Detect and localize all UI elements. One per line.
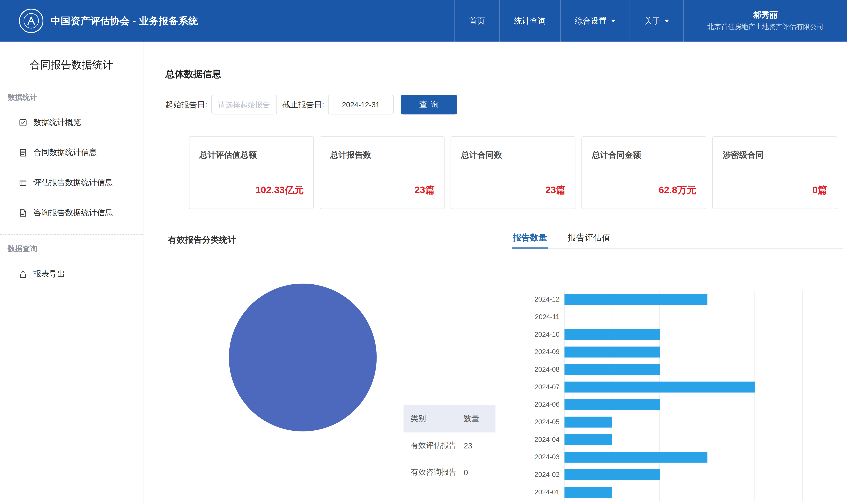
bar-category-label: 2024-11 <box>495 313 564 321</box>
app-title: 中国资产评估协会 - 业务报备系统 <box>51 14 198 28</box>
bar[interactable] <box>564 294 707 305</box>
bar[interactable] <box>564 381 755 393</box>
start-date-input[interactable] <box>211 95 277 114</box>
chart-tabs: 报告数量报告评估值 <box>512 230 843 249</box>
bar-row: 2024-04 <box>495 431 803 448</box>
stat-card-label: 总计合同金额 <box>592 150 641 161</box>
bar-category-label: 2024-04 <box>495 436 564 444</box>
sidebar: 合同报告数据统计 数据统计数据统计概览合同数据统计信息评估报告数据统计信息咨询报… <box>0 41 144 504</box>
navbar: 中国资产评估协会 - 业务报备系统 首页统计查询综合设置关于 郝秀丽 北京首佳房… <box>0 0 847 41</box>
bar-track <box>564 326 803 343</box>
pie-table-cell: 有效咨询报告 <box>403 468 464 478</box>
page: 中国资产评估协会 - 业务报备系统 首页统计查询综合设置关于 郝秀丽 北京首佳房… <box>0 0 847 504</box>
main-content: 总体数据信息 起始报告日: 截止报告日: 查询 总计评估值总额102.33亿元总… <box>144 41 847 504</box>
pie-table-row: 有效咨询报告0 <box>403 459 495 486</box>
user-company: 北京首佳房地产土地资产评估有限公司 <box>707 22 824 32</box>
chevron-down-icon <box>611 19 615 22</box>
sidebar-item[interactable]: 咨询报告数据统计信息 <box>0 198 143 228</box>
bar[interactable] <box>564 329 660 340</box>
tab-report-value[interactable]: 报告评估值 <box>566 230 611 248</box>
sidebar-item-label: 评估报告数据统计信息 <box>33 178 113 188</box>
bar-category-label: 2024-05 <box>495 418 564 426</box>
report-icon <box>19 178 28 187</box>
bar[interactable] <box>564 346 660 358</box>
bar-track <box>564 483 803 501</box>
sidebar-item[interactable]: 数据统计概览 <box>0 107 143 138</box>
bar[interactable] <box>564 364 660 375</box>
query-button[interactable]: 查询 <box>401 95 457 114</box>
pie-table-header: 类别数量 <box>403 405 495 432</box>
stat-card-label: 涉密级合同 <box>723 150 764 161</box>
contract-icon <box>19 148 28 157</box>
nav-item-label: 关于 <box>644 16 660 26</box>
bar-category-label: 2024-09 <box>495 348 564 356</box>
stat-card-value: 62.8万元 <box>659 183 696 197</box>
sidebar-nav: 数据统计数据统计概览合同数据统计信息评估报告数据统计信息咨询报告数据统计信息数据… <box>0 84 143 289</box>
bar-category-label: 2024-08 <box>495 366 564 373</box>
bar-category-label: 2024-06 <box>495 401 564 408</box>
end-date-input[interactable] <box>328 95 394 114</box>
bar-category-label: 2024-10 <box>495 331 564 338</box>
bar-row: 2024-12 <box>495 291 803 308</box>
nav-item-2[interactable]: 统计查询 <box>499 0 560 41</box>
bar-category-label: 2024-03 <box>495 453 564 461</box>
bar[interactable] <box>564 452 707 463</box>
bar-row: 2024-06 <box>495 396 803 413</box>
stat-card-value: 102.33亿元 <box>255 183 304 197</box>
bar[interactable] <box>564 417 612 428</box>
bar-row: 2024-11 <box>495 308 803 326</box>
stat-card-value: 23篇 <box>415 183 435 197</box>
stat-card-value: 23篇 <box>545 183 565 197</box>
bar-track <box>564 291 803 308</box>
bar-track <box>564 431 803 448</box>
bar-track <box>564 343 803 361</box>
pie-table-row: 有效评估报告23 <box>403 432 495 459</box>
bar[interactable] <box>564 434 612 445</box>
bar-row: 2024-05 <box>495 413 803 431</box>
sidebar-item-label: 咨询报告数据统计信息 <box>33 208 113 218</box>
sidebar-section: 数据查询报表导出 <box>0 234 143 289</box>
bar-row: 2024-07 <box>495 378 803 396</box>
sidebar-section-label: 数据查询 <box>0 239 143 259</box>
nav-item-label: 首页 <box>469 16 485 26</box>
filter-row: 起始报告日: 截止报告日: 查询 <box>165 95 457 114</box>
bar-row: 2024-10 <box>495 326 803 343</box>
bar-track <box>564 308 803 326</box>
nav-item-label: 统计查询 <box>514 16 546 26</box>
stat-card-label: 总计合同数 <box>461 150 502 161</box>
sidebar-item[interactable]: 报表导出 <box>0 259 143 289</box>
bar-chart: 2024-122024-112024-102024-092024-082024-… <box>495 291 803 501</box>
stat-card: 总计评估值总额102.33亿元 <box>189 136 314 209</box>
tab-report-count[interactable]: 报告数量 <box>512 230 548 249</box>
pie-table-header-cell: 类别 <box>403 414 464 424</box>
cas-logo-icon <box>19 8 44 33</box>
sidebar-item-label: 合同数据统计信息 <box>33 147 97 158</box>
chevron-down-icon <box>665 19 669 22</box>
bar[interactable] <box>564 487 612 498</box>
nav-item-4[interactable]: 关于 <box>630 0 683 41</box>
sidebar-item[interactable]: 评估报告数据统计信息 <box>0 167 143 198</box>
bar[interactable] <box>564 469 660 480</box>
bar-row: 2024-08 <box>495 361 803 378</box>
pie-table: 类别数量有效评估报告23有效咨询报告0 <box>403 405 495 486</box>
stat-card: 涉密级合同0篇 <box>712 136 837 209</box>
pie-chart-title: 有效报告分类统计 <box>168 234 236 246</box>
nav-item-3[interactable]: 综合设置 <box>560 0 630 41</box>
sidebar-item-label: 数据统计概览 <box>33 117 81 127</box>
user-block[interactable]: 郝秀丽 北京首佳房地产土地资产评估有限公司 <box>683 0 847 41</box>
pie-chart[interactable] <box>229 284 377 431</box>
bar-track <box>564 361 803 378</box>
bar-category-label: 2024-12 <box>495 295 564 303</box>
nav-item-1[interactable]: 首页 <box>454 0 500 41</box>
bar-row: 2024-01 <box>495 483 803 501</box>
overview-icon <box>19 118 28 127</box>
navbar-menu: 首页统计查询综合设置关于 <box>454 0 683 41</box>
bar[interactable] <box>564 399 660 410</box>
bar-track <box>564 378 803 396</box>
sidebar-item[interactable]: 合同数据统计信息 <box>0 138 143 168</box>
bar-track <box>564 413 803 431</box>
consult-icon <box>19 208 28 217</box>
start-date-label: 起始报告日: <box>165 99 207 110</box>
stat-card-label: 总计报告数 <box>330 150 371 161</box>
bar-category-label: 2024-01 <box>495 488 564 496</box>
